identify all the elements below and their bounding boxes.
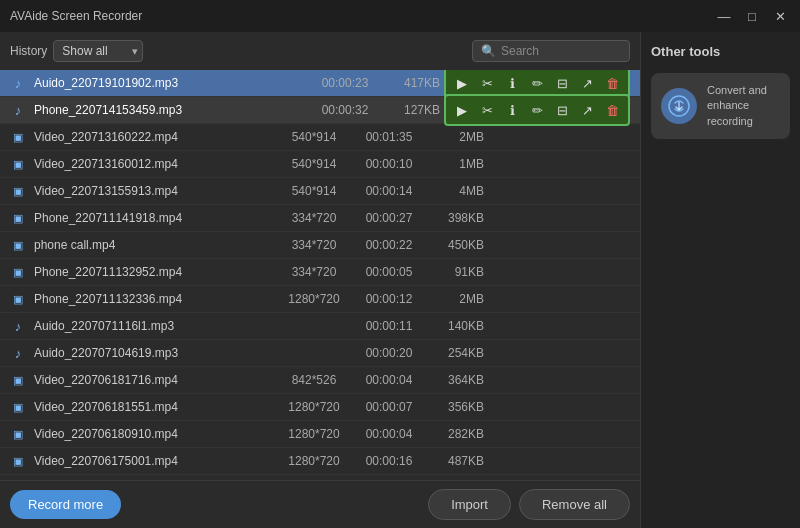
file-name: Video_220706175001.mp4: [34, 454, 274, 468]
table-row[interactable]: Auido_2207071116l1.mp3 00:00:11 140KB: [0, 313, 640, 340]
file-size: 487KB: [424, 454, 484, 468]
file-resolution: 334*720: [274, 238, 354, 252]
table-row[interactable]: Video_220713160222.mp4 540*914 00:01:35 …: [0, 124, 640, 151]
table-row[interactable]: Phone_220711132336.mp4 1280*720 00:00:12…: [0, 286, 640, 313]
remove-all-button[interactable]: Remove all: [519, 489, 630, 520]
table-row[interactable]: Video_220706181551.mp4 1280*720 00:00:07…: [0, 394, 640, 421]
file-name: Phone_220711132952.mp4: [34, 265, 274, 279]
history-label: History: [10, 44, 47, 58]
video-icon: [10, 156, 26, 172]
video-icon: [10, 291, 26, 307]
delete-button[interactable]: 🗑: [601, 99, 623, 121]
search-box: 🔍: [472, 40, 630, 62]
file-duration: 00:00:12: [354, 292, 424, 306]
share-button[interactable]: ↗: [576, 99, 598, 121]
table-row[interactable]: Auido_220707104619.mp3 00:00:20 254KB: [0, 340, 640, 367]
file-name: Phone_220711141918.mp4: [34, 211, 274, 225]
toolbar-left: History Show all: [10, 40, 143, 62]
file-duration: 00:00:04: [354, 427, 424, 441]
file-resolution: 540*914: [274, 184, 354, 198]
right-panel-title: Other tools: [651, 44, 790, 59]
play-button[interactable]: ▶: [451, 72, 473, 94]
file-name: Phone_220711132336.mp4: [34, 292, 274, 306]
file-name: Video_220706181716.mp4: [34, 373, 274, 387]
table-row[interactable]: phone call.mp4 334*720 00:00:22 450KB: [0, 232, 640, 259]
file-size: 4MB: [424, 184, 484, 198]
file-size: 140KB: [424, 319, 484, 333]
info-button[interactable]: ℹ: [501, 99, 523, 121]
table-row[interactable]: Phone_220711132952.mp4 334*720 00:00:05 …: [0, 259, 640, 286]
import-button[interactable]: Import: [428, 489, 511, 520]
file-name: Video_220706180910.mp4: [34, 427, 274, 441]
convert-tool-card[interactable]: Convert and enhance recording: [651, 73, 790, 139]
file-name: Auido_2207071116l1.mp3: [34, 319, 274, 333]
close-button[interactable]: ✕: [768, 6, 792, 26]
file-resolution: 334*720: [274, 265, 354, 279]
audio-icon: [10, 75, 26, 91]
file-duration: 00:00:05: [354, 265, 424, 279]
file-resolution: 1280*720: [274, 400, 354, 414]
toolbar: History Show all 🔍: [0, 32, 640, 70]
file-duration: 00:01:35: [354, 130, 424, 144]
file-size: 356KB: [424, 400, 484, 414]
folder-button[interactable]: ⊟: [551, 99, 573, 121]
search-icon: 🔍: [481, 44, 496, 58]
file-duration: 00:00:10: [354, 157, 424, 171]
minimize-button[interactable]: —: [712, 6, 736, 26]
record-more-button[interactable]: Record more: [10, 490, 121, 519]
video-icon: [10, 237, 26, 253]
table-row[interactable]: Phone_220711141918.mp4 334*720 00:00:27 …: [0, 205, 640, 232]
video-icon: [10, 183, 26, 199]
row-actions-1: ▶ ✂ ℹ ✏ ⊟ ↗ 🗑: [444, 94, 630, 126]
table-row[interactable]: Auido_220719101902.mp3 00:00:23 417KB ▶ …: [0, 70, 640, 97]
info-button[interactable]: ℹ: [501, 72, 523, 94]
file-size: 2MB: [424, 292, 484, 306]
delete-button[interactable]: 🗑: [601, 72, 623, 94]
cut-button[interactable]: ✂: [476, 72, 498, 94]
file-duration: 00:00:32: [310, 103, 380, 117]
convert-icon-svg: [668, 95, 690, 117]
file-duration: 00:00:27: [354, 211, 424, 225]
edit-button[interactable]: ✏: [526, 72, 548, 94]
file-duration: 00:00:11: [354, 319, 424, 333]
file-name: Auido_220719101902.mp3: [34, 76, 230, 90]
video-icon: [10, 372, 26, 388]
video-icon: [10, 210, 26, 226]
file-size: 254KB: [424, 346, 484, 360]
window-controls: — □ ✕: [712, 6, 792, 26]
folder-button[interactable]: ⊟: [551, 72, 573, 94]
file-resolution: 334*720: [274, 211, 354, 225]
file-resolution: 1280*720: [274, 454, 354, 468]
table-row[interactable]: Video_220706180910.mp4 1280*720 00:00:04…: [0, 421, 640, 448]
show-all-dropdown[interactable]: Show all: [53, 40, 143, 62]
search-input[interactable]: [501, 44, 621, 58]
file-resolution: 842*526: [274, 373, 354, 387]
play-button[interactable]: ▶: [451, 99, 473, 121]
file-size: 398KB: [424, 211, 484, 225]
file-duration: 00:00:04: [354, 373, 424, 387]
file-size: 282KB: [424, 427, 484, 441]
edit-button[interactable]: ✏: [526, 99, 548, 121]
video-icon: [10, 264, 26, 280]
table-row[interactable]: Video_220713155913.mp4 540*914 00:00:14 …: [0, 178, 640, 205]
file-resolution: 1280*720: [274, 427, 354, 441]
table-row[interactable]: Video_220713160012.mp4 540*914 00:00:10 …: [0, 151, 640, 178]
table-row[interactable]: Phone_220714153459.mp3 00:00:32 127KB ▶ …: [0, 97, 640, 124]
share-button[interactable]: ↗: [576, 72, 598, 94]
file-size: 417KB: [380, 76, 440, 90]
left-panel: History Show all 🔍 Auido_220719101902.mp…: [0, 32, 640, 528]
file-list: Auido_220719101902.mp3 00:00:23 417KB ▶ …: [0, 70, 640, 480]
table-row[interactable]: Video_220706181716.mp4 842*526 00:00:04 …: [0, 367, 640, 394]
dropdown-wrapper: Show all: [53, 40, 143, 62]
video-icon: [10, 129, 26, 145]
table-row[interactable]: Video_220706175001.mp4 1280*720 00:00:16…: [0, 448, 640, 475]
table-row[interactable]: Phone_... 1280*... 00:00:... 590KB: [0, 475, 640, 480]
file-size: 1MB: [424, 157, 484, 171]
convert-tool-icon: [661, 88, 697, 124]
file-resolution: 1280*720: [274, 292, 354, 306]
video-icon: [10, 453, 26, 469]
cut-button[interactable]: ✂: [476, 99, 498, 121]
file-name: phone call.mp4: [34, 238, 274, 252]
file-size: 2MB: [424, 130, 484, 144]
maximize-button[interactable]: □: [740, 6, 764, 26]
